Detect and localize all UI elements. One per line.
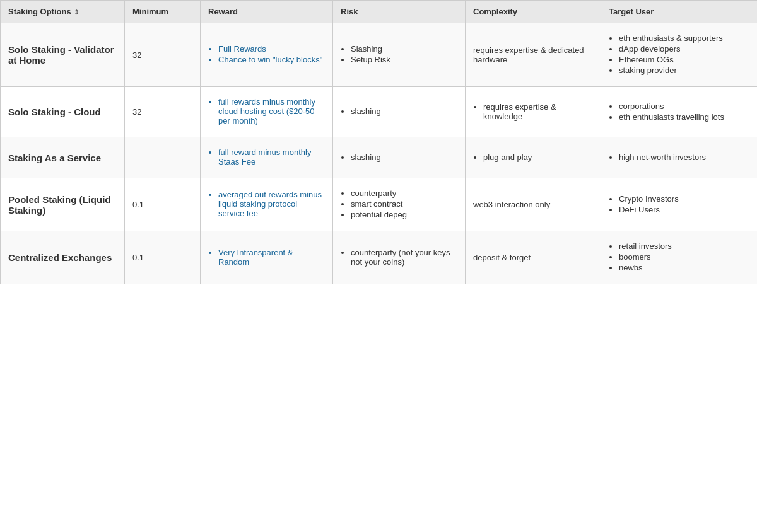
list-item: retail investors xyxy=(619,241,749,251)
complexity-cell: web3 interaction only xyxy=(466,178,601,231)
table-row: Centralized Exchanges0.1Very Intranspare… xyxy=(1,231,758,284)
list-item: counterparty xyxy=(351,188,457,198)
list-item: averaged out rewards minus liquid stakin… xyxy=(218,190,325,218)
list-item: requires expertise & knowledge xyxy=(483,102,593,121)
minimum-value: 0.1 xyxy=(125,178,201,231)
column-header-reward: Reward xyxy=(201,1,333,23)
row-title-staking-as-a-service: Staking As a Service xyxy=(1,137,125,178)
risk-cell: slashing xyxy=(333,137,466,178)
column-header-staking-options[interactable]: Staking Options⇕ xyxy=(1,1,125,23)
list-item: high net-worth investors xyxy=(619,153,749,162)
sort-icon[interactable]: ⇕ xyxy=(74,9,79,16)
target-user-cell: eth enthusiasts & supportersdApp develop… xyxy=(601,23,758,87)
reward-cell: full rewards minus monthly cloud hosting… xyxy=(201,87,333,137)
list-item: potential depeg xyxy=(351,210,457,219)
minimum-value: 32 xyxy=(125,87,201,137)
risk-cell: counterpartysmart contractpotential depe… xyxy=(333,178,466,231)
list-item: corporations xyxy=(619,101,749,111)
list-item: eth enthusiasts travelling lots xyxy=(619,112,749,122)
minimum-value: 32 xyxy=(125,23,201,87)
list-item: full reward minus monthly Staas Fee xyxy=(218,147,325,166)
column-header-target-user: Target User xyxy=(601,1,758,23)
reward-cell: Full RewardsChance to win "lucky blocks" xyxy=(201,23,333,87)
table-row: Solo Staking - Validator at Home32Full R… xyxy=(1,23,758,87)
minimum-value xyxy=(125,137,201,178)
complexity-cell: requires expertise & knowledge xyxy=(466,87,601,137)
list-item: staking provider xyxy=(619,66,749,75)
list-item: Chance to win "lucky blocks" xyxy=(218,55,325,64)
column-header-minimum: Minimum xyxy=(125,1,201,23)
list-item: eth enthusiasts & supporters xyxy=(619,33,749,43)
table-row: Staking As a Servicefull reward minus mo… xyxy=(1,137,758,178)
staking-comparison-table: Staking Options⇕MinimumRewardRiskComplex… xyxy=(0,0,757,284)
complexity-cell: plug and play xyxy=(466,137,601,178)
list-item: slashing xyxy=(351,107,457,116)
reward-cell: full reward minus monthly Staas Fee xyxy=(201,137,333,178)
list-item: dApp developers xyxy=(619,44,749,54)
table-row: Pooled Staking (Liquid Staking)0.1averag… xyxy=(1,178,758,231)
list-item: counterparty (not your keys not your coi… xyxy=(351,248,457,267)
reward-cell: Very Intransparent & Random xyxy=(201,231,333,284)
list-item: Slashing xyxy=(351,44,457,54)
row-title-solo-staking-home: Solo Staking - Validator at Home xyxy=(1,23,125,87)
target-user-cell: Crypto InvestorsDeFi Users xyxy=(601,178,758,231)
list-item: Setup Risk xyxy=(351,55,457,64)
list-item: Crypto Investors xyxy=(619,194,749,204)
risk-cell: counterparty (not your keys not your coi… xyxy=(333,231,466,284)
list-item: Very Intransparent & Random xyxy=(218,248,325,267)
list-item: smart contract xyxy=(351,199,457,209)
row-title-pooled-staking: Pooled Staking (Liquid Staking) xyxy=(1,178,125,231)
reward-cell: averaged out rewards minus liquid stakin… xyxy=(201,178,333,231)
minimum-value: 0.1 xyxy=(125,231,201,284)
list-item: boomers xyxy=(619,252,749,262)
complexity-cell: deposit & forget xyxy=(466,231,601,284)
target-user-cell: corporationseth enthusiasts travelling l… xyxy=(601,87,758,137)
risk-cell: SlashingSetup Risk xyxy=(333,23,466,87)
list-item: DeFi Users xyxy=(619,205,749,214)
list-item: Full Rewards xyxy=(218,44,325,54)
table-row: Solo Staking - Cloud32full rewards minus… xyxy=(1,87,758,137)
target-user-cell: high net-worth investors xyxy=(601,137,758,178)
target-user-cell: retail investorsboomersnewbs xyxy=(601,231,758,284)
risk-cell: slashing xyxy=(333,87,466,137)
list-item: full rewards minus monthly cloud hosting… xyxy=(218,97,325,125)
list-item: newbs xyxy=(619,263,749,272)
column-header-complexity: Complexity xyxy=(466,1,601,23)
row-title-solo-staking-cloud: Solo Staking - Cloud xyxy=(1,87,125,137)
complexity-cell: requires expertise & dedicated hardware xyxy=(466,23,601,87)
list-item: Ethereum OGs xyxy=(619,55,749,64)
row-title-centralized-exchanges: Centralized Exchanges xyxy=(1,231,125,284)
column-header-risk: Risk xyxy=(333,1,466,23)
list-item: slashing xyxy=(351,153,457,162)
list-item: plug and play xyxy=(483,153,593,162)
